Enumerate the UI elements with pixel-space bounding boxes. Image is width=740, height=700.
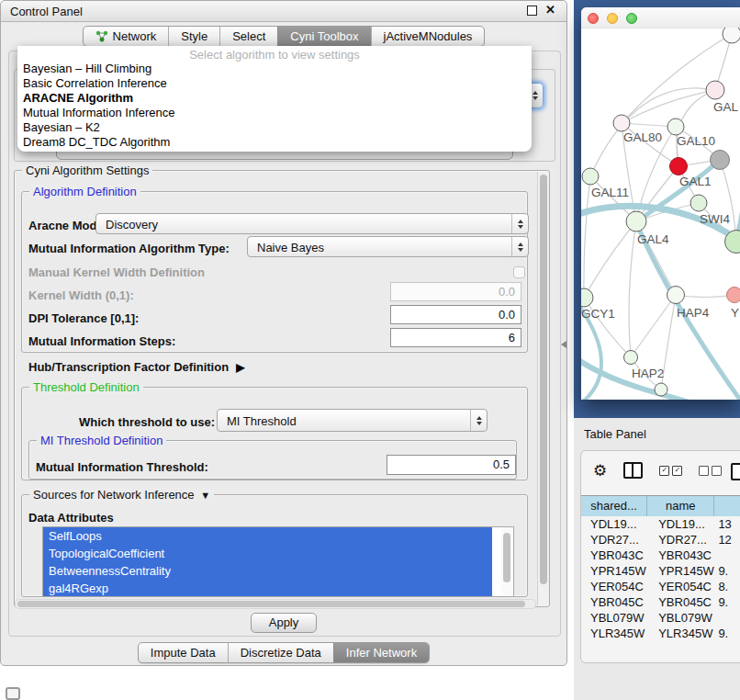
table-cell[interactable]: 9. [714, 594, 740, 610]
node-gal1[interactable] [670, 158, 688, 175]
mac-minimize-icon[interactable] [607, 13, 618, 24]
table-cell[interactable]: YPR145W [581, 563, 647, 579]
node-gal11[interactable] [582, 168, 599, 185]
hub-transcription-factor-expander[interactable]: Hub/Transcription Factor Definition▶ [28, 360, 244, 374]
table-row[interactable]: YDL19...YDL19...13 [581, 516, 740, 532]
tab-style[interactable]: Style [168, 27, 219, 46]
table-cell[interactable]: YLR345W [581, 626, 647, 641]
data-attributes-list[interactable]: SelfLoopsTopologicalCoefficientBetweenne… [42, 526, 514, 597]
close-icon[interactable]: ✕ [545, 3, 555, 17]
scrollbar-thumb[interactable] [540, 175, 547, 584]
which-threshold-combobox[interactable]: MI Threshold [217, 409, 488, 432]
node-top-partial[interactable] [723, 28, 740, 43]
table-row[interactable]: YPR145WYPR145W9. [581, 563, 740, 579]
column-header-shared...[interactable]: shared... [581, 496, 647, 516]
table-cell[interactable]: YLR345W [647, 626, 714, 641]
tab-select[interactable]: Select [219, 27, 277, 46]
select-all-checkboxes-icon[interactable]: ✓✓ [659, 466, 682, 476]
column-header-partial[interactable] [714, 496, 740, 516]
table-cell[interactable]: YDL19... [647, 516, 714, 532]
table-row[interactable]: YBR045CYBR045C9. [581, 594, 740, 610]
table-row[interactable]: YER054CYER054C8. [581, 579, 740, 594]
settings-horizontal-scrollbar[interactable] [15, 599, 536, 609]
tab-jactivemnodules[interactable]: jActiveMNodules [371, 27, 485, 46]
table-cell[interactable]: 9. [714, 626, 740, 641]
table-cell[interactable]: YBL079W [581, 610, 647, 626]
node-bottom[interactable] [655, 383, 667, 396]
table-row[interactable]: YDR27...YDR27...12 [581, 532, 740, 548]
tab-network[interactable]: Network [84, 27, 169, 46]
table-row[interactable]: YBL079WYBL079W [581, 610, 740, 626]
node-hap4[interactable] [667, 287, 685, 304]
scrollbar-thumb[interactable] [503, 533, 510, 582]
attribute-list-item[interactable]: TopologicalCoefficient [43, 545, 492, 562]
sources-legend[interactable]: Sources for Network Inference ▼ [29, 488, 214, 502]
attribute-list-item[interactable]: BetweennessCentrality [43, 562, 492, 580]
attribute-list-item[interactable]: SelfLoops [43, 527, 492, 545]
table-cell[interactable]: YPR145W [647, 563, 714, 579]
scrollbar-thumb[interactable] [17, 601, 525, 607]
table-cell[interactable]: YBR043C [647, 548, 714, 563]
tab-cyni-toolbox[interactable]: Cyni Toolbox [277, 27, 370, 46]
mac-zoom-icon[interactable] [626, 13, 637, 24]
node-gal10[interactable] [667, 119, 684, 135]
bottom-left-widget[interactable] [6, 687, 20, 700]
gear-icon[interactable]: ⚙ [593, 463, 607, 479]
node-gal4[interactable] [626, 211, 646, 231]
algorithm-option[interactable]: Bayesian – Hill Climbing [17, 62, 532, 76]
node-salmon[interactable] [727, 288, 740, 303]
column-header-name[interactable]: name [647, 496, 714, 516]
node-gray[interactable] [711, 151, 730, 170]
network-canvas[interactable]: GALGAL80GAL10GAL1GAL11SWI4GAL4GCY1HAP4YH… [581, 28, 740, 400]
tab-discretize-data[interactable]: Discretize Data [228, 643, 333, 662]
attributes-vertical-scrollbar[interactable] [501, 527, 512, 596]
table-cell[interactable]: 12 [714, 532, 740, 548]
table-row[interactable]: YBR043CYBR043C [581, 548, 740, 563]
table-cell[interactable]: YJL052C [581, 641, 647, 643]
table-cell[interactable]: YBL079W [647, 610, 714, 626]
node-gcy1[interactable] [581, 288, 593, 307]
table-row[interactable]: YJL052CYJL052C9. [581, 641, 740, 643]
table-cell[interactable]: 8. [714, 579, 740, 594]
settings-vertical-scrollbar[interactable] [537, 172, 549, 605]
table-cell[interactable]: YBR045C [647, 594, 714, 610]
table-cell[interactable]: YJL052C [647, 641, 714, 643]
node-swi4[interactable] [690, 195, 707, 211]
float-window-icon[interactable] [527, 6, 537, 16]
mi-steps-field[interactable]: 6 [390, 328, 521, 347]
table-cell[interactable]: YDR27... [581, 532, 647, 548]
table-cell[interactable]: YER054C [581, 579, 647, 594]
algorithm-option[interactable]: ARACNE Algorithm [17, 91, 532, 106]
node-hap2[interactable] [624, 351, 638, 365]
node-gal80[interactable] [613, 115, 630, 131]
mac-close-icon[interactable] [588, 13, 599, 24]
table-cell[interactable]: YBR043C [581, 548, 647, 563]
table-cell[interactable]: YDL19... [581, 516, 647, 532]
node-gal-pink[interactable] [706, 81, 724, 99]
aracne-mode-combobox[interactable]: Discovery [95, 213, 529, 234]
tab-impute-data[interactable]: Impute Data [139, 643, 228, 662]
mi-algorithm-type-combobox[interactable]: Naive Bayes [247, 236, 529, 257]
mi-threshold-field[interactable]: 0.5 [387, 455, 516, 475]
column-pane-icon[interactable] [731, 463, 740, 480]
table-cell[interactable]: YDR27... [647, 532, 714, 548]
table-row[interactable]: YLR345WYLR345W9. [581, 626, 740, 641]
table-cell[interactable] [714, 610, 740, 626]
manual-kernel-width-checkbox[interactable] [513, 266, 525, 278]
table-cell[interactable]: 9. [714, 563, 740, 579]
apply-button[interactable]: Apply [251, 613, 317, 633]
panel-collapse-arrow-icon[interactable] [561, 341, 566, 348]
table-cell[interactable]: YER054C [647, 579, 714, 594]
attribute-list-item[interactable]: gal4RGexp [43, 580, 492, 597]
split-columns-icon[interactable] [623, 462, 643, 479]
table-cell[interactable] [714, 548, 740, 563]
algorithm-option[interactable]: Mutual Information Inference [17, 106, 532, 120]
kernel-width-field[interactable]: 0.0 [390, 282, 521, 301]
table-cell[interactable]: 13 [714, 516, 740, 532]
table-cell[interactable]: YBR045C [581, 594, 647, 610]
tab-infer-network[interactable]: Infer Network [333, 643, 429, 662]
deselect-all-checkboxes-icon[interactable] [699, 466, 722, 476]
table-cell[interactable]: 9. [714, 641, 740, 643]
algorithm-option[interactable]: Bayesian – K2 [17, 120, 532, 135]
dpi-tolerance-field[interactable]: 0.0 [390, 305, 521, 324]
